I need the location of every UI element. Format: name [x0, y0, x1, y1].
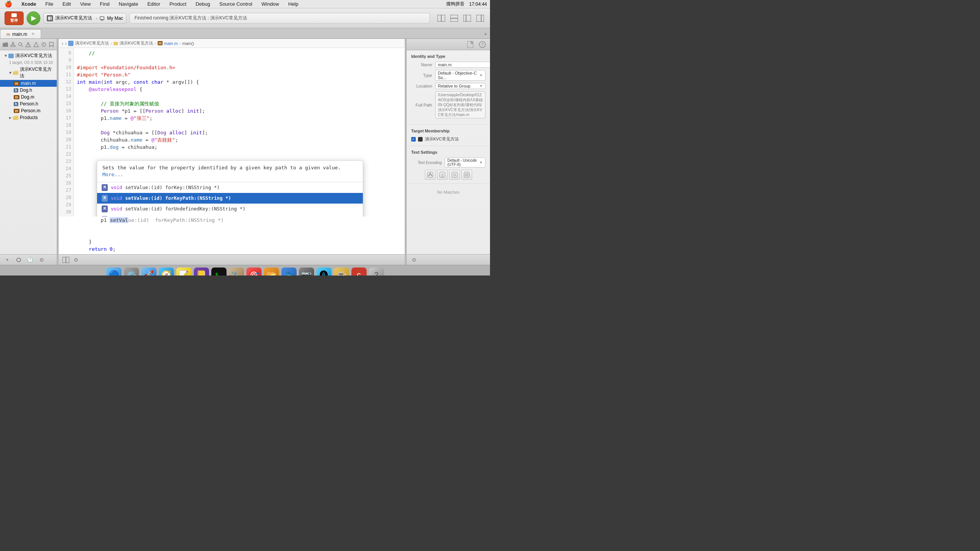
name-input[interactable] [435, 62, 490, 68]
breadcrumb-func[interactable]: main() [182, 41, 194, 46]
text-encoding-dropdown[interactable]: Default - Unicode (UTF-8) ▼ [445, 158, 485, 167]
navigator-panel: ▶ 演示KVC常见方法 1 target, OS X SDK 10.10 ▶ 演… [0, 39, 57, 265]
mac-icon [99, 16, 105, 21]
recent-files-icon[interactable]: 🕐 [26, 256, 34, 264]
svg-rect-10 [463, 15, 471, 22]
dock-csdn[interactable]: C [351, 268, 367, 276]
code-below-autocomplete[interactable]: p1 setValue:(id) forKeyPath:(NSString *)… [59, 217, 405, 254]
nav-file-dog-h[interactable]: h Dog.h [0, 87, 57, 94]
main-m-tab[interactable]: m main.m ✕ [0, 29, 41, 38]
dock-blue-fish[interactable]: 🐟 [281, 268, 297, 276]
navigate-menu[interactable]: Navigate [117, 1, 140, 7]
dock-question[interactable]: ? [369, 268, 384, 276]
tab-close-icon[interactable]: ✕ [31, 32, 35, 37]
find-menu[interactable]: Find [98, 1, 111, 7]
menu-bar-right: 搜狗拼音 17:04:44 [446, 1, 487, 7]
svg-line-20 [13, 45, 14, 45]
run-button[interactable]: ▶ [27, 11, 40, 25]
editor-bottom-layout[interactable] [62, 256, 70, 264]
nav-tree: ▶ 演示KVC常见方法 1 target, OS X SDK 10.10 ▶ 演… [0, 50, 57, 254]
nav-vcs-icon[interactable] [9, 40, 17, 49]
text-icon-2[interactable]: {} [437, 170, 448, 180]
nav-products[interactable]: ▶ Products [0, 114, 57, 121]
text-settings-section: Text Settings Text Encoding Default - Un… [407, 146, 490, 184]
text-icon-4[interactable] [461, 170, 472, 180]
dock-wrench[interactable]: 🔧 [229, 268, 244, 276]
layout-icon-1[interactable] [436, 13, 447, 24]
target-membership-section: Target Membership ✓ 演示KVC常见方法 [407, 125, 490, 146]
nav-file-dog-m[interactable]: m Dog.m [0, 94, 57, 100]
nav-warning-icon[interactable] [24, 40, 32, 49]
dock-camera[interactable]: 📷 [299, 268, 314, 276]
autocomplete-item-2[interactable]: M void setValue:(id) forKeyPath:(NSStrin… [97, 193, 363, 204]
more-link[interactable]: More... [102, 172, 123, 177]
text-encoding-label: Text Encoding [411, 161, 442, 165]
goto-icon[interactable]: ⊙ [37, 256, 46, 264]
dock-filezilla[interactable]: 📂 [264, 268, 279, 276]
type-dropdown[interactable]: Default - Objective-C So... ▼ [435, 70, 485, 81]
debug-menu[interactable]: Debug [194, 1, 212, 7]
file-menu[interactable]: File [44, 1, 55, 7]
filter-icon[interactable] [14, 256, 23, 264]
view-menu[interactable]: View [78, 1, 92, 7]
nav-file-person-m[interactable]: m Person.m [0, 107, 57, 114]
inspector-bottom-icon[interactable]: ⊙ [410, 256, 418, 264]
breadcrumb-forward[interactable]: › [65, 40, 67, 46]
autocomplete-item-4[interactable]: M void setValuesForKeysWithDictionary:(N… [97, 214, 363, 217]
target-checkbox-row: ✓ 演示KVC常见方法 [411, 136, 485, 142]
editor-menu[interactable]: Editor [146, 1, 162, 7]
autocomplete-popup[interactable]: Sets the value for the property identifi… [97, 160, 363, 217]
text-icon-1[interactable] [425, 170, 436, 180]
apple-menu[interactable]: 🍎 [3, 0, 14, 8]
nav-bookmark-icon[interactable] [48, 40, 55, 49]
nav-panel-toggle[interactable] [462, 13, 472, 24]
xcode-menu[interactable]: Xcode [20, 1, 38, 7]
window-menu[interactable]: Window [260, 1, 281, 7]
source-control-menu[interactable]: Source Control [218, 1, 254, 7]
nav-file-person-h[interactable]: h Person.h [0, 100, 57, 107]
editor-bottom-mini[interactable]: ⊙ [72, 256, 80, 264]
autocomplete-item-1[interactable]: M void setValue:(id) forKey:(NSString *) [97, 182, 363, 193]
text-icon-3[interactable] [449, 170, 460, 180]
tab-label: main.m [12, 32, 27, 37]
autocomplete-item-3[interactable]: M void setValue:(id) forUndefinedKey:(NS… [97, 204, 363, 214]
dock-appstore[interactable]: 🅐 [316, 268, 332, 276]
layout-icon-2[interactable] [449, 13, 460, 24]
dock-notes[interactable]: 📝 [176, 268, 192, 276]
dock-finder[interactable]: 🔵 [106, 268, 121, 276]
help-menu[interactable]: Help [287, 1, 300, 7]
dock-safari[interactable]: 🧭 [159, 268, 174, 276]
nav-project-root[interactable]: ▶ 演示KVC常见方法 [0, 52, 57, 60]
nav-debug-icon[interactable] [40, 40, 48, 49]
dock-coffee[interactable]: ☕ [334, 268, 349, 276]
inspector-help-icon[interactable]: ? [478, 40, 487, 49]
dock-red[interactable]: 🎯 [246, 268, 262, 276]
nav-folder-icon[interactable] [2, 40, 9, 49]
product-menu[interactable]: Product [168, 1, 188, 7]
breadcrumb-file[interactable]: main.m [164, 41, 178, 46]
svg-point-29 [43, 45, 44, 46]
stop-button[interactable]: 暂停 [5, 11, 24, 25]
nav-group[interactable]: ▶ 演示KVC常见方法 [0, 65, 57, 80]
nav-search-icon[interactable] [17, 40, 24, 49]
dock-terminal[interactable]: $_ [211, 268, 227, 276]
add-file-button[interactable]: + [3, 256, 11, 264]
add-tab-button[interactable]: + [481, 30, 490, 38]
inspector-file-icon[interactable] [466, 40, 475, 49]
location-dropdown[interactable]: Relative to Group ▼ [435, 83, 485, 89]
breadcrumb-back[interactable]: ‹ [62, 40, 64, 46]
inspector-toggle[interactable] [475, 13, 485, 24]
breadcrumb-group[interactable]: 演示KVC常见方法 [120, 40, 153, 46]
scheme-selector[interactable]: 演示KVC常见方法 › My Mac [43, 13, 126, 24]
dock-system-prefs[interactable]: ⚙️ [124, 268, 139, 276]
edit-menu[interactable]: Edit [61, 1, 72, 7]
target-checkbox[interactable]: ✓ [411, 137, 416, 142]
scheme-divider: › [96, 16, 97, 21]
nav-test-icon[interactable] [32, 40, 40, 49]
breadcrumb-project[interactable]: 演示KVC常见方法 [75, 40, 109, 46]
nav-file-main-m[interactable]: m main.m [0, 80, 57, 87]
code-editor[interactable]: 8 9 10 11 12 13 14 15 16 17 18 19 20 21 … [59, 48, 405, 217]
dock-rocket[interactable]: 🚀 [141, 268, 156, 276]
svg-rect-14 [3, 43, 8, 47]
dock-onenote[interactable]: 📒 [194, 268, 209, 276]
